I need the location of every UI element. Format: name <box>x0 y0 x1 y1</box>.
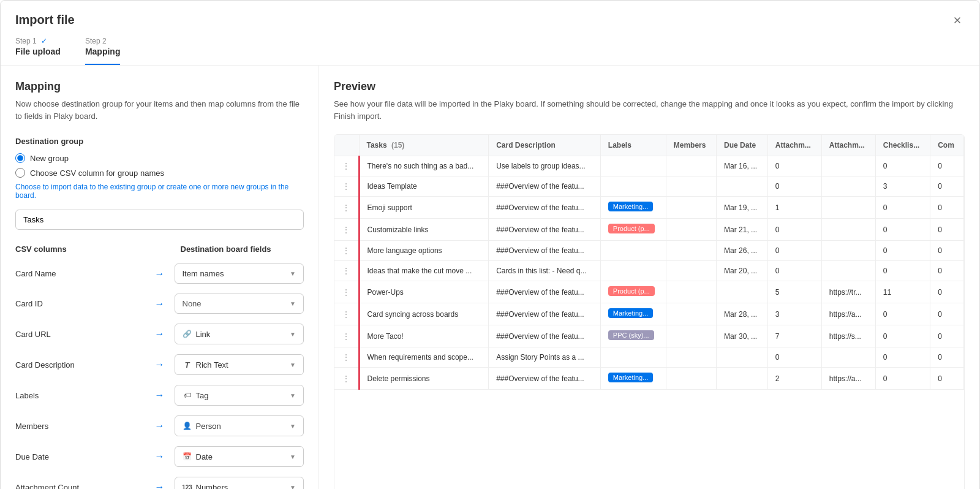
mapping-row-card-desc: Card Description → T Rich Text ▼ <box>15 354 304 375</box>
mapping-row-card-url: Card URL → 🔗 Link ▼ <box>15 324 304 344</box>
radio-new-group-input[interactable] <box>15 153 25 163</box>
row-due-date: Mar 20, ... <box>717 261 768 281</box>
row-dots-cell: ⋮ <box>334 325 359 347</box>
row-dots-cell: ⋮ <box>334 347 359 368</box>
csv-col-labels: Labels <box>15 391 145 400</box>
dest-card-url-select[interactable]: 🔗 Link ▼ <box>175 324 304 344</box>
dest-card-desc-select[interactable]: T Rich Text ▼ <box>175 354 304 375</box>
row-members <box>666 261 716 281</box>
dest-card-name-value: Item names <box>183 269 224 278</box>
row-card-desc: Cards in this list: - Need q... <box>489 261 601 281</box>
mapping-row-labels: Labels → 🏷 Tag ▼ <box>15 385 304 406</box>
row-members <box>666 325 716 347</box>
person-icon: 👤 <box>183 421 192 431</box>
row-members <box>666 219 716 241</box>
row-members <box>666 156 716 176</box>
row-due-date: Mar 16, ... <box>717 156 768 176</box>
right-panel: Preview See how your file data will be i… <box>319 66 979 489</box>
row-label <box>600 261 666 281</box>
csv-col-card-id: Card ID <box>15 299 145 308</box>
row-members <box>666 197 716 219</box>
select-inner: 123 Numbers <box>183 482 228 489</box>
dest-att-count-select[interactable]: 123 Numbers ▼ <box>175 477 304 489</box>
th-attachm-2: Attachm... <box>821 135 875 156</box>
row-com: 0 <box>930 241 964 261</box>
row-att1: 3 <box>767 303 821 325</box>
mapping-row-members: Members → 👤 Person ▼ <box>15 415 304 436</box>
row-att2: https://tr... <box>821 281 875 303</box>
dest-labels-value: Tag <box>196 391 209 400</box>
group-name-input[interactable] <box>15 210 304 230</box>
arrow-att-count: → <box>150 482 170 489</box>
csv-col-due-date: Due Date <box>15 452 145 461</box>
table-row: ⋮ There's no such thing as a bad... Use … <box>334 156 964 176</box>
row-att1: 0 <box>767 176 821 197</box>
dest-members-select[interactable]: 👤 Person ▼ <box>175 415 304 436</box>
row-card-desc: ###Overview of the featu... <box>489 219 601 241</box>
left-panel: Mapping Now choose destination group for… <box>1 66 319 489</box>
row-due-date <box>717 281 768 303</box>
radio-csv-column[interactable]: Choose CSV column for group names <box>15 168 304 178</box>
dest-labels-wrapper: 🏷 Tag ▼ <box>175 385 304 406</box>
arrow-labels: → <box>150 390 170 401</box>
csv-col-card-url: Card URL <box>15 330 145 339</box>
table-row: ⋮ Power-Ups ###Overview of the featu... … <box>334 281 964 303</box>
dest-labels-select[interactable]: 🏷 Tag ▼ <box>175 385 304 406</box>
preview-table-container[interactable]: Tasks (15) Card Description Labels Membe… <box>334 134 965 489</box>
row-att2 <box>821 156 875 176</box>
row-card-desc: ###Overview of the featu... <box>489 197 601 219</box>
chevron-icon: ▼ <box>290 484 296 490</box>
row-att2 <box>821 219 875 241</box>
table-body: ⋮ There's no such thing as a bad... Use … <box>334 156 964 390</box>
row-task-name: More Taco! <box>359 325 489 347</box>
th-due-date: Due Date <box>717 135 768 156</box>
dest-att-count-wrapper: 123 Numbers ▼ <box>175 477 304 489</box>
dest-card-desc-wrapper: T Rich Text ▼ <box>175 354 304 375</box>
dialog-close-button[interactable] <box>948 10 967 30</box>
radio-csv-column-input[interactable] <box>15 168 25 178</box>
row-task-name: Power-Ups <box>359 281 489 303</box>
dest-card-id-select[interactable]: None ▼ <box>175 294 304 314</box>
row-dots-cell: ⋮ <box>334 241 359 261</box>
dest-card-name-wrapper: Item names ▼ <box>175 263 304 284</box>
dest-card-id-value: None <box>183 299 202 308</box>
row-att2: https://s... <box>821 325 875 347</box>
row-task-name: Ideas that make the cut move ... <box>359 261 489 281</box>
select-inner: 👤 Person <box>183 421 221 431</box>
row-dots-cell: ⋮ <box>334 281 359 303</box>
select-inner: 📅 Date <box>183 452 213 461</box>
dest-card-name-select[interactable]: Item names ▼ <box>175 263 304 284</box>
row-att1: 0 <box>767 261 821 281</box>
row-members <box>666 281 716 303</box>
task-count: (15) <box>391 141 404 150</box>
row-com: 0 <box>930 156 964 176</box>
dest-card-url-wrapper: 🔗 Link ▼ <box>175 324 304 344</box>
mapping-row-card-name: Card Name → Item names ▼ <box>15 263 304 284</box>
chevron-icon: ▼ <box>290 331 296 338</box>
row-dots-cell: ⋮ <box>334 219 359 241</box>
th-attachm-1: Attachm... <box>767 135 821 156</box>
th-labels: Labels <box>600 135 666 156</box>
table-row: ⋮ Card syncing across boards ###Overview… <box>334 303 964 325</box>
row-card-desc: ###Overview of the featu... <box>489 368 601 390</box>
row-dots-cell: ⋮ <box>334 176 359 197</box>
import-dialog: Import file Step 1 ✓ File upload Step 2 … <box>0 0 980 489</box>
dest-card-desc-value: Rich Text <box>196 360 228 370</box>
steps-container: Step 1 ✓ File upload Step 2 Mapping <box>15 37 965 65</box>
preview-description: See how your file data will be imported … <box>334 98 965 122</box>
dest-due-date-select[interactable]: 📅 Date ▼ <box>175 446 304 467</box>
th-card-description: Card Description <box>489 135 601 156</box>
csv-col-card-desc: Card Description <box>15 360 145 370</box>
row-com: 0 <box>930 197 964 219</box>
step-2-label: Step 2 <box>85 37 121 45</box>
arrow-card-desc: → <box>150 359 170 370</box>
dest-members-wrapper: 👤 Person ▼ <box>175 415 304 436</box>
row-label: Marketing... <box>600 303 666 325</box>
arrow-card-url: → <box>150 328 170 339</box>
numbers-icon: 123 <box>183 482 192 489</box>
row-due-date: Mar 21, ... <box>717 219 768 241</box>
radio-new-group[interactable]: New group <box>15 153 304 163</box>
row-card-desc: ###Overview of the featu... <box>489 325 601 347</box>
select-inner: 🔗 Link <box>183 329 211 339</box>
row-due-date: Mar 19, ... <box>717 197 768 219</box>
